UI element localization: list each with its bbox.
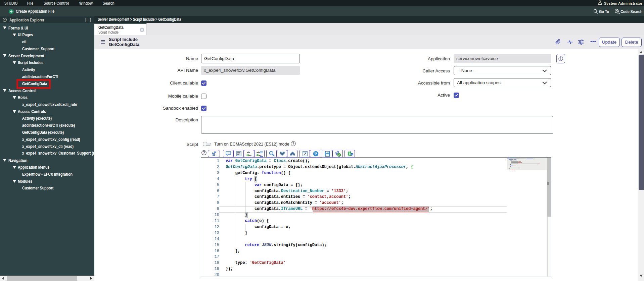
svg-text:ab: ab xyxy=(257,151,260,154)
svg-text:?: ? xyxy=(292,142,294,146)
svg-text:?: ? xyxy=(203,151,205,155)
svg-text:?: ? xyxy=(314,152,317,156)
svg-text:ac: ac xyxy=(249,154,252,157)
svg-text:ab: ab xyxy=(247,151,250,154)
